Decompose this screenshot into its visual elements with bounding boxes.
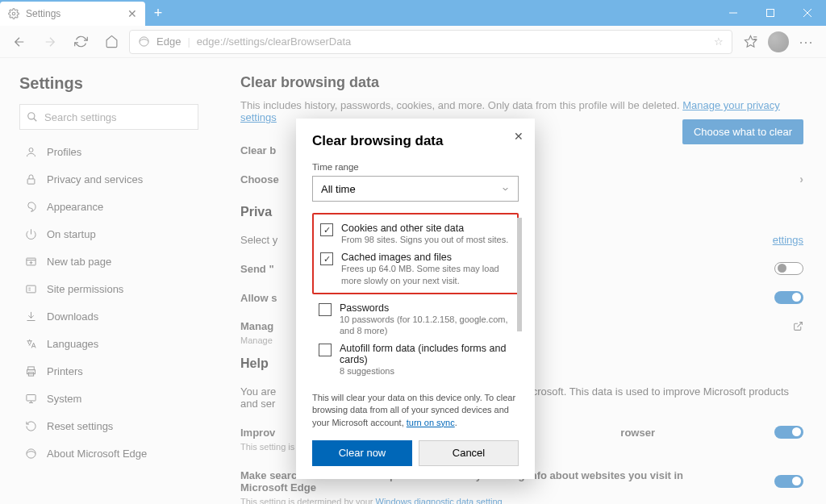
item-subtext: From 98 sites. Signs you out of most sit… [341,234,508,245]
clear-item[interactable]: Passwords10 passwords (for 10.1.2.158, g… [319,299,512,340]
checkbox[interactable] [320,252,333,265]
item-title: Cookies and other site data [341,223,508,234]
item-subtext: Frees up 64.0 MB. Some sites may load mo… [341,263,511,286]
item-subtext: 8 suggestions [340,365,512,377]
clear-item[interactable]: Autofill form data (includes forms and c… [319,339,512,380]
highlighted-items: Cookies and other site dataFrom 98 sites… [312,213,519,294]
item-title: Passwords [340,302,512,314]
dialog-note: This will clear your data on this device… [312,392,519,429]
dialog-title: Clear browsing data [312,133,519,149]
checkbox[interactable] [319,303,332,316]
time-range-select[interactable]: All time [312,176,519,202]
checkbox[interactable] [319,344,332,356]
checkbox[interactable] [320,223,333,236]
turn-on-sync-link[interactable]: turn on sync [407,418,455,427]
time-range-label: Time range [312,162,519,172]
clear-item[interactable]: Cached images and filesFrees up 64.0 MB.… [320,248,511,289]
item-subtext: 10 passwords (for 10.1.2.158, google.com… [340,314,512,337]
clear-item[interactable]: Cookies and other site dataFrom 98 sites… [320,219,511,248]
clear-browsing-dialog: ✕ Clear browsing data Time range All tim… [296,119,535,479]
dialog-close-icon[interactable]: ✕ [514,130,524,143]
item-title: Cached images and files [341,252,511,263]
clear-now-button[interactable]: Clear now [312,440,412,466]
chevron-down-icon [501,185,510,194]
item-title: Autofill form data (includes forms and c… [340,343,512,365]
cancel-button[interactable]: Cancel [419,440,519,466]
